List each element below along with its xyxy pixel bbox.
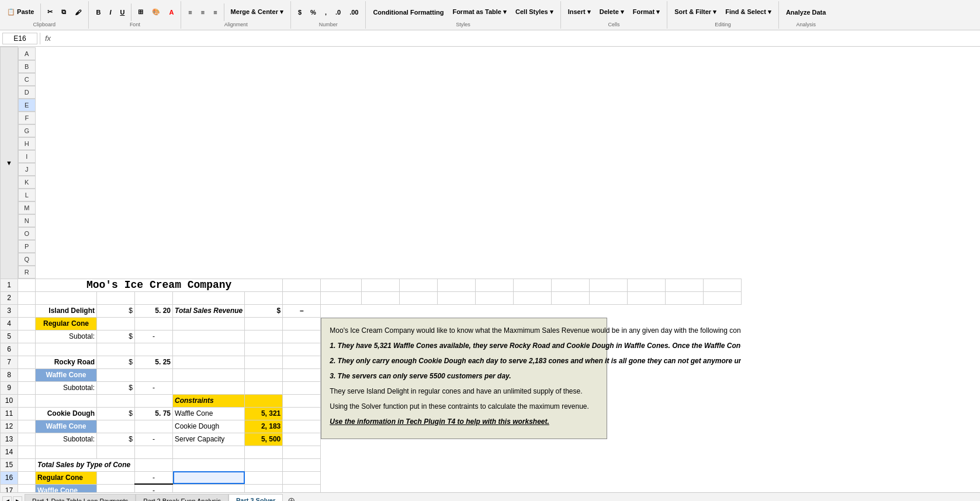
cell-a10[interactable] [18,394,36,407]
cell-l2[interactable] [476,291,514,304]
cell-b17[interactable]: Waffle Cone [36,484,97,492]
cell-b13[interactable]: Subototal: [36,433,97,446]
cell-g7[interactable] [283,356,321,368]
currency-button[interactable]: $ [295,8,305,17]
copy-button[interactable]: ⧉ [58,7,70,17]
cell-a14[interactable] [18,446,36,458]
cell-g13[interactable] [283,433,321,446]
col-header-p[interactable]: P [18,240,36,253]
cell-h1[interactable] [321,279,362,291]
col-header-j[interactable]: J [18,163,36,176]
cell-k1[interactable] [438,279,476,291]
cell-o1[interactable] [590,279,628,291]
cell-b12[interactable]: Waffle Cone [36,420,97,433]
cell-d17[interactable]: - [135,484,173,492]
col-header-l[interactable]: L [18,189,36,201]
col-header-o[interactable]: O [18,227,36,240]
col-header-e[interactable]: E [18,99,36,112]
cell-e8[interactable] [173,368,245,381]
format-painter-button[interactable]: 🖌 [71,8,85,17]
format-button[interactable]: Format ▾ [629,7,663,17]
cell-f7[interactable] [245,356,283,368]
cell-d4[interactable] [135,317,173,330]
cell-b11[interactable]: Cookie Dough [36,407,97,420]
add-sheet-button[interactable]: ⊕ [283,494,300,501]
cell-d7[interactable]: 5. 25 [135,356,173,368]
cell-f16[interactable] [245,471,283,484]
cell-g14[interactable] [283,446,321,458]
cell-a3[interactable] [18,304,36,317]
cell-k2[interactable] [438,291,476,304]
cell-g3[interactable]: – [283,304,321,317]
cell-a2[interactable] [18,291,36,304]
cell-e13[interactable]: Server Capacity [173,433,245,446]
formula-input[interactable] [56,33,978,44]
cell-a9[interactable] [18,381,36,394]
cell-b15-label[interactable]: Total Sales by Type of Cone [36,458,135,471]
cell-e10[interactable]: Constraints [173,394,245,407]
cell-g5[interactable] [283,330,321,343]
cell-b16[interactable]: Regular Cone [36,471,97,484]
cell-h2[interactable] [321,291,362,304]
fill-color-button[interactable]: 🎨 [148,7,164,17]
cell-d14[interactable] [135,446,173,458]
sheet-tab-2[interactable]: Part 2 Break Even Analysis [136,494,228,502]
col-header-h[interactable]: H [18,137,36,150]
merge-center-button[interactable]: Merge & Center ▾ [227,7,287,17]
col-header-c[interactable]: C [18,73,36,86]
cell-c8[interactable] [97,368,135,381]
underline-button[interactable]: U [116,8,128,17]
cell-g9[interactable] [283,381,321,394]
cell-e9[interactable] [173,381,245,394]
cell-c11[interactable]: $ [97,407,135,420]
cut-button[interactable]: ✂ [44,7,56,17]
cell-b14[interactable] [36,446,97,458]
decimal-dec-button[interactable]: .00 [346,8,362,17]
cell-r2[interactable] [704,291,742,304]
cell-b2[interactable] [36,291,97,304]
cell-b3[interactable]: Island Delight [36,304,97,317]
cell-g10[interactable] [283,394,321,407]
cell-c4[interactable] [97,317,135,330]
cell-l1[interactable] [476,279,514,291]
comma-button[interactable]: , [321,8,330,17]
format-table-button[interactable]: Format as Table ▾ [449,7,510,17]
tab-scroll-left[interactable]: ◀ [2,496,12,502]
cell-a17[interactable] [18,484,36,492]
cell-d9[interactable]: - [135,381,173,394]
cell-f17[interactable] [245,484,283,492]
align-left-button[interactable]: ≡ [185,8,195,17]
cell-a7[interactable] [18,356,36,368]
cell-b6[interactable] [36,343,97,356]
font-color-button[interactable]: A [165,8,177,17]
delete-button[interactable]: Delete ▾ [596,7,628,17]
cell-c12[interactable] [97,420,135,433]
cell-f4[interactable] [245,317,283,330]
cell-e11[interactable]: Waffle Cone [173,407,245,420]
cell-d8[interactable] [135,368,173,381]
cell-f12[interactable]: 2, 183 [245,420,283,433]
cell-g17[interactable] [283,484,321,492]
cell-a13[interactable] [18,433,36,446]
cell-e12[interactable]: Cookie Dough [173,420,245,433]
cell-q1[interactable] [666,279,704,291]
cell-f9[interactable] [245,381,283,394]
cell-e6[interactable] [173,343,245,356]
cell-g16[interactable] [283,471,321,484]
cell-g15[interactable] [283,458,321,471]
cell-d16[interactable]: - [135,471,173,484]
cell-q2[interactable] [666,291,704,304]
cell-b4[interactable]: Regular Cone [36,317,97,330]
paste-button[interactable]: 📋 Paste [4,7,37,17]
cell-d2[interactable] [135,291,173,304]
cell-a16[interactable] [18,471,36,484]
cell-c3[interactable]: $ [97,304,135,317]
italic-button[interactable]: I [106,8,115,17]
cell-a5[interactable] [18,330,36,343]
tab-scroll-right[interactable]: ▶ [13,496,22,502]
cell-d12[interactable] [135,420,173,433]
sheet-tab-3[interactable]: Part 3 Solver [228,494,283,502]
cell-a8[interactable] [18,368,36,381]
cell-g11[interactable] [283,407,321,420]
cell-g4[interactable] [283,317,321,330]
